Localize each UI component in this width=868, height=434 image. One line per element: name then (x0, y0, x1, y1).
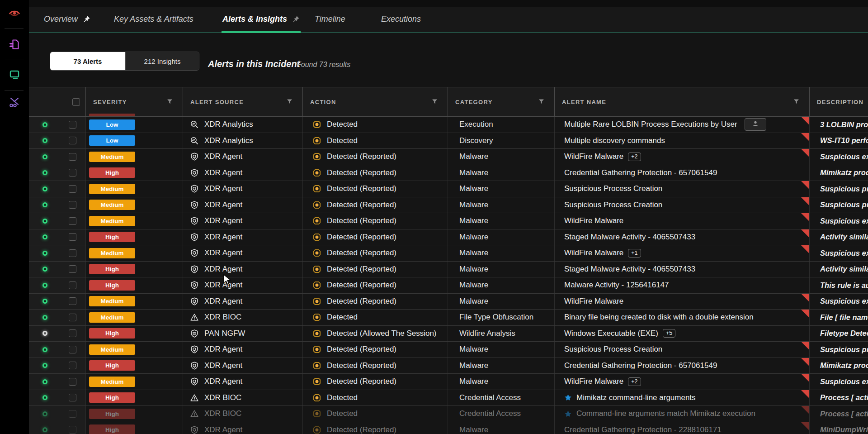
response-actions-icon[interactable] (9, 96, 20, 108)
row-checkbox[interactable] (69, 346, 76, 353)
report-document-icon[interactable] (9, 38, 20, 50)
alert-name-text: Binary file being created to disk with a… (564, 313, 754, 322)
alert-table-row[interactable]: LowXDR AnalyticsDetectedDiscoveryMultipl… (29, 133, 868, 149)
alert-table-row[interactable]: HighXDR AgentDetected (Reported)MalwareC… (29, 165, 868, 181)
filter-funnel-icon[interactable] (432, 99, 438, 105)
alert-name-cell: Windows Executable (EXE)+5 (554, 326, 809, 342)
row-checkbox[interactable] (69, 281, 76, 289)
row-checkbox-cell (59, 310, 85, 325)
alert-table-row[interactable]: HighXDR AgentDetected (Reported)MalwareC… (29, 422, 868, 434)
alert-table-row[interactable]: MediumXDR AgentDetected (Reported)Malwar… (29, 245, 868, 262)
column-header-alert-source[interactable]: ALERT SOURCE (183, 87, 302, 116)
alert-table-row[interactable]: HighXDR AgentDetected (Reported)MalwareC… (29, 358, 868, 374)
filter-funnel-icon[interactable] (538, 99, 544, 105)
alert-table-row[interactable]: HighXDR AgentDetected (Reported)MalwareM… (29, 277, 868, 294)
row-checkbox[interactable] (69, 362, 76, 369)
tab-overview[interactable]: Overview (43, 7, 91, 33)
category-cell: Malware (448, 181, 554, 197)
column-header-alert-name[interactable]: ALERT NAME (554, 87, 809, 116)
tab-alerts-insights[interactable]: Alerts & Insights (222, 7, 301, 33)
alerts-toggle-button[interactable]: 73 Alerts (50, 52, 125, 70)
column-header-action[interactable]: ACTION (302, 87, 448, 116)
filter-funnel-icon[interactable] (793, 99, 799, 105)
row-checkbox[interactable] (69, 410, 76, 418)
row-checkbox[interactable] (69, 314, 76, 321)
alert-table-row[interactable]: HighXDR BIOCDetectedCredential AccessMim… (29, 390, 868, 406)
alert-table-row[interactable]: MediumXDR AgentDetected (Reported)Malwar… (29, 197, 868, 214)
alert-table-row[interactable]: MediumXDR AgentDetected (Reported)Malwar… (29, 342, 868, 358)
alert-table-row[interactable]: HighXDR BIOCDetectedCredential AccessCom… (29, 406, 868, 422)
alert-name-text: Credential Gathering Protection - 228810… (564, 425, 722, 434)
alert-table-row[interactable]: MediumXDR BIOCDetectedFile Type Obfuscat… (29, 310, 868, 326)
status-dot-green (42, 379, 47, 384)
alert-table-row[interactable]: MediumXDR AgentDetected (Reported)Malwar… (29, 181, 868, 197)
tab-label: Executions (381, 14, 421, 24)
assignee-button[interactable] (745, 118, 766, 131)
column-header-description[interactable]: DESCRIPTION (809, 87, 868, 116)
tab-executions[interactable]: Executions (380, 7, 422, 33)
detected-octagon-icon (312, 184, 321, 193)
severity-cell: Medium (85, 197, 183, 213)
action-text: Detected (Reported) (327, 233, 396, 242)
alert-table-row[interactable]: HighPAN NGFWDetected (Allowed The Sessio… (29, 326, 868, 342)
row-checkbox-cell (59, 342, 85, 358)
row-checkbox[interactable] (69, 297, 76, 305)
row-checkbox[interactable] (69, 121, 76, 129)
alert-table-row[interactable]: MediumXDR AgentDetected (Reported)Malwar… (29, 374, 868, 390)
action-cell: Detected (Reported) (302, 181, 448, 197)
grouped-alerts-count-badge[interactable]: +1 (628, 249, 641, 258)
description-text: Suspicious proce (820, 345, 868, 354)
column-header-severity[interactable]: SEVERITY (85, 87, 183, 116)
result-count: Found 73 results (297, 61, 350, 69)
alert-name-text: Mimikatz command-line arguments (576, 393, 696, 402)
endpoint-monitor-icon[interactable] (9, 68, 20, 80)
row-checkbox[interactable] (69, 201, 76, 209)
flag-corner-marker (801, 406, 809, 414)
flag-corner-marker (801, 229, 809, 238)
row-checkbox[interactable] (69, 329, 76, 337)
tab-timeline[interactable]: Timeline (314, 7, 346, 33)
description-text: Suspicious proce (820, 185, 868, 193)
alert-table-row[interactable]: MediumXDR AgentDetected (Reported)Malwar… (29, 149, 868, 165)
alert-source-text: XDR Agent (204, 216, 242, 225)
insights-toggle-button[interactable]: 212 Insights (125, 52, 199, 70)
alert-table-row[interactable]: MediumXDR AgentDetected (Reported)Malwar… (29, 213, 868, 229)
alert-name-cell: Multiple discovery commands (554, 133, 809, 149)
severity-cell: Medium (85, 374, 183, 390)
row-checkbox[interactable] (69, 153, 76, 161)
alert-name-text: Staged Malware Activity - 4065507433 (564, 233, 695, 242)
row-checkbox[interactable] (69, 249, 76, 257)
category-cell: Malware (448, 422, 554, 434)
alert-name-cell: Credential Gathering Protection - 657061… (554, 165, 809, 181)
description-text: Activity similar to (820, 265, 868, 273)
grouped-alerts-count-badge[interactable]: +2 (628, 153, 641, 161)
status-dot-green (42, 363, 47, 368)
alert-table-row[interactable]: HighXDR AgentDetected (Reported)MalwareS… (29, 262, 868, 278)
tab-key-assets-artifacts[interactable]: Key Assets & Artifacts (113, 7, 194, 33)
select-all-checkbox[interactable] (72, 98, 80, 106)
row-checkbox[interactable] (69, 217, 76, 225)
filter-funnel-icon[interactable] (287, 99, 292, 105)
incidents-eye-icon[interactable] (9, 8, 20, 19)
row-checkbox[interactable] (69, 185, 76, 193)
column-label: ALERT NAME (562, 99, 606, 105)
row-checkbox[interactable] (69, 426, 76, 434)
row-checkbox[interactable] (69, 233, 76, 241)
alert-name-text: WildFire Malware (564, 297, 623, 306)
row-checkbox[interactable] (69, 137, 76, 144)
alert-table-row[interactable]: MediumXDR AgentDetected (Reported)Malwar… (29, 294, 868, 310)
row-checkbox[interactable] (69, 169, 76, 176)
grouped-alerts-count-badge[interactable]: +2 (628, 377, 641, 386)
filter-funnel-icon[interactable] (167, 99, 173, 105)
alert-table-row[interactable]: HighXDR AgentDetected (Reported)MalwareS… (29, 229, 868, 246)
row-checkbox[interactable] (69, 265, 76, 273)
alert-table-row[interactable]: LowXDR AnalyticsDetectedExecutionMultipl… (29, 117, 868, 133)
category-text: Malware (459, 281, 488, 290)
action-text: Detected (Reported) (327, 345, 396, 354)
category-text: File Type Obfuscation (459, 313, 533, 322)
grouped-alerts-count-badge[interactable]: +5 (663, 329, 675, 338)
row-checkbox[interactable] (69, 394, 76, 401)
row-checkbox[interactable] (69, 378, 76, 386)
column-header-category[interactable]: CATEGORY (448, 87, 554, 116)
alert-name-text: Multiple discovery commands (564, 136, 665, 145)
